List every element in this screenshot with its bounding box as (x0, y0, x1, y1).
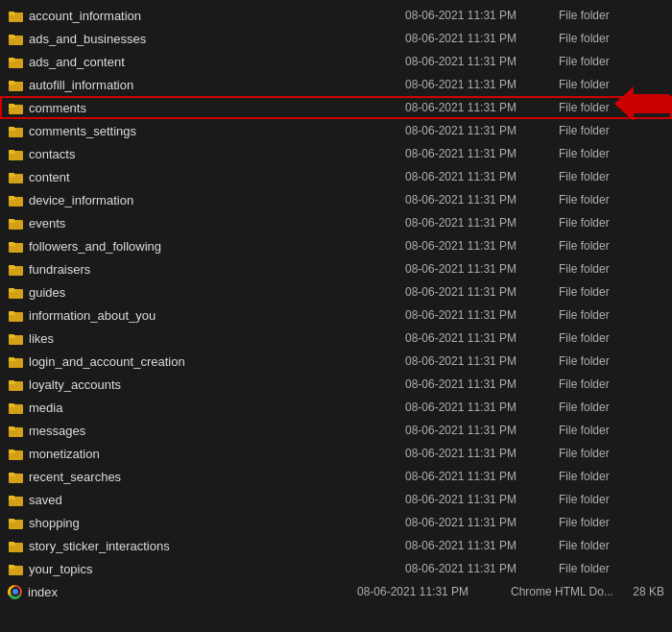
svg-rect-15 (9, 104, 14, 106)
file-row[interactable]: monetization08-06-2021 11:31 PMFile fold… (0, 442, 672, 465)
file-name: device_information (29, 193, 405, 207)
file-date: 08-06-2021 11:31 PM (405, 493, 559, 506)
file-date: 08-06-2021 11:31 PM (405, 354, 559, 368)
file-date: 08-06-2021 11:31 PM (405, 308, 559, 322)
svg-rect-51 (9, 380, 14, 382)
file-name: ads_and_content (29, 55, 405, 69)
file-type: File folder (559, 124, 664, 137)
file-type: File folder (559, 285, 664, 299)
file-date: 08-06-2021 11:31 PM (405, 562, 559, 575)
file-row[interactable]: information_about_you08-06-2021 11:31 PM… (0, 304, 672, 327)
file-row[interactable]: autofill_information08-06-2021 11:31 PMF… (0, 73, 672, 96)
folder-icon (8, 8, 23, 23)
file-date: 08-06-2021 11:31 PM (405, 447, 559, 460)
svg-rect-72 (9, 542, 14, 544)
file-row[interactable]: index08-06-2021 11:31 PMChrome HTML Do..… (0, 580, 672, 603)
file-type: File folder (559, 377, 664, 391)
svg-rect-9 (9, 58, 14, 60)
file-date: 08-06-2021 11:31 PM (405, 424, 559, 437)
file-row[interactable]: guides08-06-2021 11:31 PMFile folder (0, 280, 672, 304)
file-name: media (29, 401, 405, 415)
file-name: your_topics (29, 562, 405, 576)
file-row[interactable]: your_topics08-06-2021 11:31 PMFile folde… (0, 557, 672, 580)
file-row[interactable]: login_and_account_creation08-06-2021 11:… (0, 350, 672, 373)
file-date: 08-06-2021 11:31 PM (405, 170, 559, 183)
file-type: Chrome HTML Do... (511, 585, 616, 598)
svg-rect-69 (9, 519, 14, 521)
file-row[interactable]: ads_and_content08-06-2021 11:31 PMFile f… (0, 50, 672, 73)
file-row[interactable]: likes08-06-2021 11:31 PMFile folder (0, 327, 672, 350)
file-row[interactable]: content08-06-2021 11:31 PMFile folder (0, 165, 672, 188)
file-type: File folder (559, 193, 664, 207)
file-row[interactable]: followers_and_following08-06-2021 11:31 … (0, 234, 672, 257)
svg-rect-6 (9, 35, 14, 36)
file-size: 28 KB (616, 585, 664, 598)
file-type: File folder (559, 9, 664, 22)
file-row[interactable]: comments_settings08-06-2021 11:31 PMFile… (0, 119, 672, 142)
folder-icon (8, 146, 23, 161)
folder-icon (8, 169, 23, 184)
svg-rect-33 (9, 242, 14, 244)
svg-rect-36 (9, 265, 14, 267)
file-name: index (28, 585, 357, 599)
folder-icon (8, 100, 23, 115)
file-row[interactable]: account_information08-06-2021 11:31 PMFi… (0, 4, 672, 27)
file-row[interactable]: story_sticker_interactions08-06-2021 11:… (0, 534, 672, 557)
file-name: guides (29, 285, 405, 300)
file-name: shopping (29, 516, 405, 530)
file-row[interactable]: comments08-06-2021 11:31 PMFile folder (0, 96, 672, 119)
svg-rect-30 (9, 219, 14, 221)
file-type: File folder (559, 331, 664, 345)
file-date: 08-06-2021 11:31 PM (405, 55, 559, 68)
file-date: 08-06-2021 11:31 PM (405, 216, 559, 230)
file-type: File folder (559, 354, 664, 368)
file-name: comments_settings (29, 124, 405, 138)
file-row[interactable]: media08-06-2021 11:31 PMFile folder (0, 396, 672, 419)
file-name: loyalty_accounts (29, 377, 405, 392)
file-type: File folder (559, 447, 664, 460)
svg-rect-3 (9, 12, 14, 13)
file-row[interactable]: shopping08-06-2021 11:31 PMFile folder (0, 511, 672, 534)
file-date: 08-06-2021 11:31 PM (405, 78, 559, 91)
folder-icon (8, 469, 23, 484)
file-date: 08-06-2021 11:31 PM (405, 32, 559, 45)
file-type: File folder (559, 216, 664, 230)
svg-rect-48 (9, 357, 14, 359)
chrome-icon (8, 585, 22, 599)
file-row[interactable]: contacts08-06-2021 11:31 PMFile folder (0, 142, 672, 165)
file-row[interactable]: fundraisers08-06-2021 11:31 PMFile folde… (0, 257, 672, 280)
file-date: 08-06-2021 11:31 PM (405, 539, 559, 552)
svg-rect-66 (9, 496, 14, 498)
file-date: 08-06-2021 11:31 PM (405, 262, 559, 276)
file-row[interactable]: loyalty_accounts08-06-2021 11:31 PMFile … (0, 373, 672, 396)
file-date: 08-06-2021 11:31 PM (405, 516, 559, 529)
file-row[interactable]: ads_and_businesses08-06-2021 11:31 PMFil… (0, 27, 672, 50)
file-name: followers_and_following (29, 239, 405, 254)
folder-icon (8, 307, 23, 323)
svg-rect-12 (9, 81, 14, 83)
folder-icon (8, 423, 23, 438)
file-type: File folder (559, 147, 664, 160)
file-name: information_about_you (29, 308, 405, 323)
file-date: 08-06-2021 11:31 PM (405, 377, 559, 391)
file-date: 08-06-2021 11:31 PM (405, 9, 559, 22)
file-type: File folder (559, 262, 664, 276)
folder-icon (8, 261, 23, 277)
file-name: autofill_information (29, 78, 405, 92)
file-row[interactable]: messages08-06-2021 11:31 PMFile folder (0, 419, 672, 442)
svg-marker-0 (614, 86, 670, 121)
folder-icon (8, 77, 23, 92)
red-arrow-indicator (614, 86, 670, 121)
file-date: 08-06-2021 11:31 PM (357, 585, 511, 598)
file-name: messages (29, 424, 405, 438)
file-date: 08-06-2021 11:31 PM (405, 401, 559, 414)
file-row[interactable]: device_information08-06-2021 11:31 PMFil… (0, 188, 672, 211)
file-name: login_and_account_creation (29, 354, 405, 369)
folder-icon (8, 284, 23, 300)
folder-icon (8, 54, 23, 69)
file-type: File folder (559, 539, 664, 552)
folder-icon (8, 31, 23, 46)
file-row[interactable]: saved08-06-2021 11:31 PMFile folder (0, 488, 672, 511)
file-row[interactable]: events08-06-2021 11:31 PMFile folder (0, 211, 672, 234)
file-row[interactable]: recent_searches08-06-2021 11:31 PMFile f… (0, 465, 672, 488)
